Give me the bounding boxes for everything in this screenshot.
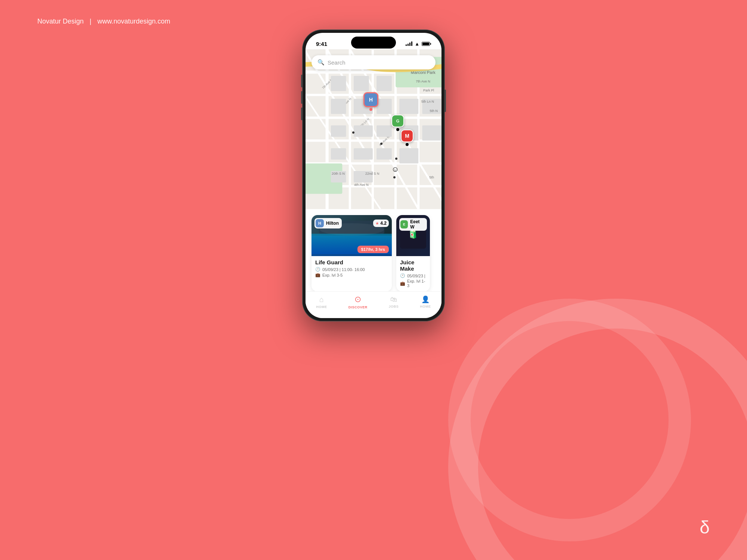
map-label-20th: 20th S N	[332, 172, 345, 175]
map-label-5th: 5th Ln N	[421, 100, 434, 103]
date-text-lifeguard: 05/09/23 | 11:00- 16:00	[322, 267, 365, 272]
nav-discover[interactable]: ⊙ DISCOVER	[348, 295, 368, 309]
svg-rect-39	[399, 148, 418, 164]
svg-rect-23	[331, 76, 346, 91]
card-title-lifeguard: Life Guard	[315, 259, 388, 265]
card-rating: ★ 4.2	[373, 220, 389, 227]
date-text-juice: 05/09/23 |	[407, 274, 425, 278]
discover-icon: ⊙	[354, 295, 361, 304]
eeet-name: Eeet W	[410, 219, 424, 230]
map-pin-smiley[interactable]: ☺	[391, 165, 399, 174]
brand-name: Novatur Design	[37, 18, 84, 25]
card-exp-lifeguard: 💼 Exp. lvl 3-5	[315, 273, 388, 277]
svg-rect-33	[376, 125, 392, 137]
profile-icon: 👤	[421, 295, 430, 304]
nav-home[interactable]: ⌂ HOME	[316, 295, 327, 309]
card-brand-eeet: E Eeet W	[399, 218, 427, 231]
card-date-lifeguard: 🕐 05/09/23 | 11:00- 16:00	[315, 267, 388, 272]
map-label-park-pl: Park Pl	[423, 88, 434, 92]
phone-wrapper: 9:41 ▲	[303, 30, 444, 321]
card-brand-hilton: H Hilton	[314, 218, 342, 228]
card-image-lifeguard: H Hilton ★ 4.2 $17/hr, 3 hrs	[311, 215, 392, 256]
svg-rect-28	[376, 99, 392, 114]
bottom-nav: ⌂ HOME ⊙ DISCOVER 🛍 JOBS 👤 HOME	[306, 291, 441, 318]
briefcase-icon: 💼	[315, 273, 320, 277]
map-label-7th: 7th Ave N	[416, 79, 430, 84]
svg-rect-27	[376, 76, 392, 91]
svg-rect-32	[354, 148, 373, 160]
search-bar[interactable]: 🔍 Search	[311, 55, 436, 69]
map-pin-generic-2[interactable]	[380, 143, 382, 145]
job-card-lifeguard[interactable]: H Hilton ★ 4.2 $17/hr, 3 hrs	[311, 215, 392, 291]
nav-profile[interactable]: 👤 HOME	[420, 295, 431, 308]
rating-value: 4.2	[380, 221, 387, 226]
map-pin-generic-3[interactable]	[395, 158, 397, 160]
price-badge: $17/hr, 3 hrs	[357, 246, 389, 253]
card-info-juice: Juice Make 🕐 05/09/23 | 💼 Exp. lvl 1-3	[396, 256, 430, 291]
home-icon: ⌂	[319, 295, 324, 304]
svg-rect-24	[354, 76, 369, 91]
star-icon: ★	[375, 221, 379, 226]
card-title-juice: Juice Make	[400, 259, 426, 272]
card-header-juice: E Eeet W	[399, 218, 427, 231]
nav-home-label: HOME	[316, 305, 327, 309]
hilton-name: Hilton	[326, 221, 339, 226]
jobs-icon: 🛍	[390, 296, 397, 304]
phone-outer: 9:41 ▲	[303, 30, 444, 321]
map-pin-smiley-dot	[393, 176, 396, 178]
map-background: Marconi Park 7th Ave N 6th Ave N 5th Ln …	[306, 49, 441, 209]
wifi-icon: ▲	[415, 41, 419, 47]
exp-text-lifeguard: Exp. lvl 3-5	[322, 273, 342, 277]
top-bar: Novatur Design | www.novaturdesign.com	[37, 18, 170, 25]
eeet-icon: E	[400, 220, 408, 228]
status-time: 9:41	[316, 41, 327, 47]
svg-rect-34	[376, 148, 392, 160]
svg-rect-37	[399, 99, 418, 114]
job-card-juice[interactable]: 🧃 E Eeet W	[396, 215, 430, 291]
map-label-5th-right: 5th	[429, 175, 434, 179]
phone-screen: 9:41 ▲	[306, 33, 441, 318]
status-icons: ▲	[406, 41, 431, 47]
card-info-lifeguard: Life Guard 🕐 05/09/23 | 11:00- 16:00 💼 E…	[311, 256, 392, 281]
nav-discover-label: DISCOVER	[348, 305, 368, 309]
card-image-juice: 🧃 E Eeet W	[396, 215, 430, 256]
svg-rect-25	[331, 99, 346, 114]
svg-rect-41	[422, 125, 441, 141]
exp-text-juice: Exp. lvl 1-3	[407, 279, 426, 288]
hilton-icon: H	[316, 219, 324, 227]
briefcase-icon-2: 💼	[400, 281, 405, 286]
svg-rect-30	[354, 125, 373, 137]
svg-rect-29	[331, 125, 346, 137]
card-exp-juice: 💼 Exp. lvl 1-3	[400, 279, 426, 288]
map-label-4th: 4th Ave N	[354, 183, 369, 187]
cards-scroll: H Hilton ★ 4.2 $17/hr, 3 hrs	[306, 215, 441, 291]
dynamic-island	[351, 37, 396, 49]
map-pin-hilton[interactable]: H	[363, 92, 378, 111]
map-area: Marconi Park 7th Ave N 6th Ave N 5th Ln …	[306, 49, 441, 209]
map-label-22nd: 22nd S N	[365, 172, 379, 175]
novatur-logo: δ	[700, 517, 710, 538]
card-header-lifeguard: H Hilton ★ 4.2	[314, 218, 389, 228]
clock-icon-2: 🕐	[400, 273, 405, 278]
nav-jobs-label: JOBS	[389, 305, 399, 308]
map-pin-mcdonalds[interactable]: M	[401, 130, 413, 146]
nav-profile-label: HOME	[420, 305, 431, 308]
cards-section: H Hilton ★ 4.2 $17/hr, 3 hrs	[306, 209, 441, 291]
bg-circle-2	[448, 299, 691, 541]
map-label-5th-n: 5th N	[430, 109, 438, 113]
signal-bars-icon	[406, 41, 412, 46]
nav-jobs[interactable]: 🛍 JOBS	[389, 296, 399, 308]
clock-icon: 🕐	[315, 267, 320, 272]
search-placeholder: Search	[328, 59, 345, 66]
search-icon: 🔍	[317, 59, 325, 66]
brand-url: www.novaturdesign.com	[97, 18, 170, 25]
battery-icon	[422, 42, 431, 46]
svg-rect-31	[331, 148, 346, 160]
card-date-juice: 🕐 05/09/23 |	[400, 273, 426, 278]
brand-separator: |	[90, 18, 92, 25]
map-pin-grocery[interactable]: G	[391, 115, 404, 131]
map-pin-generic-1[interactable]	[352, 131, 354, 134]
